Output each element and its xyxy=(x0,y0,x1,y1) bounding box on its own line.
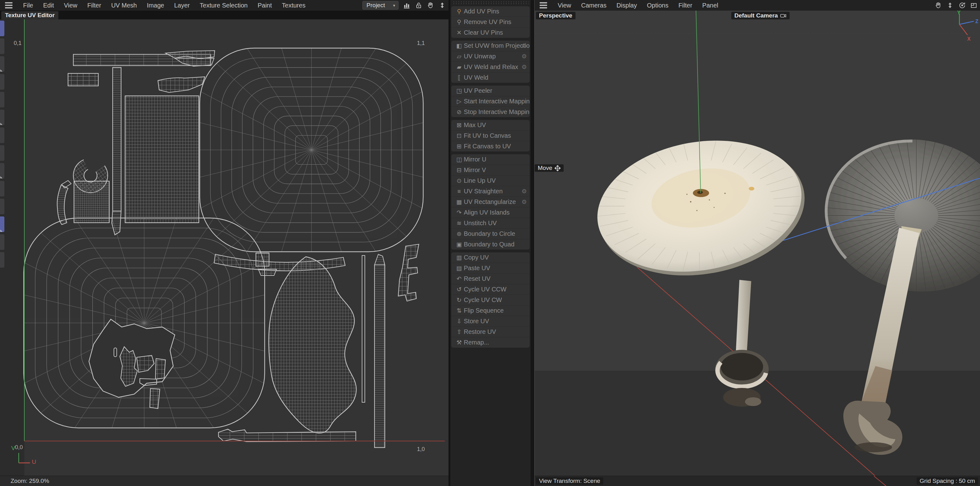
panel-grip[interactable] xyxy=(452,1,529,5)
histogram-icon[interactable] xyxy=(403,2,410,9)
menu-item[interactable]: Filter xyxy=(673,0,697,11)
tool-max-uv[interactable]: ⊠Max UV xyxy=(451,120,530,130)
tool-unstitch-uv[interactable]: ≋Unstitch UV xyxy=(451,218,530,228)
menu-item[interactable]: View xyxy=(553,0,576,11)
menu-item[interactable]: Texture Selection xyxy=(195,0,253,11)
menu-item[interactable]: Textures xyxy=(277,0,310,11)
menu-item[interactable]: Display xyxy=(611,0,642,11)
tool-fit-uv-to-canvas[interactable]: ⊡Fit UV to Canvas xyxy=(451,130,530,141)
view-label-chip[interactable]: Perspective xyxy=(536,12,576,19)
edge-tool[interactable] xyxy=(0,110,4,125)
tool-clear-uv-pins[interactable]: ✕Clear UV Pins xyxy=(451,27,530,38)
menu-item[interactable]: Edit xyxy=(38,0,59,11)
tool-group: ◳UV Peeler▷Start Interactive Mapping⊘Sto… xyxy=(451,86,530,117)
tool-add-uv-pins[interactable]: ⚲Add UV Pins xyxy=(451,6,530,16)
tool-start-interactive-mapping[interactable]: ▷Start Interactive Mapping xyxy=(451,96,530,107)
viewport-panel: ViewCamerasDisplayOptionsFilterPanel xyxy=(534,0,980,486)
tool-cycle-uv-cw[interactable]: ↻Cycle UV CW xyxy=(451,295,530,305)
tool-paste-uv[interactable]: ▤Paste UV xyxy=(451,263,530,273)
tool-uv-straighten[interactable]: ≡UV Straighten⚙ xyxy=(451,186,530,196)
tool-reset-uv[interactable]: ↶Reset UV xyxy=(451,273,530,284)
menu-item[interactable]: Paint xyxy=(253,0,277,11)
weld-icon: ⟦ xyxy=(454,74,464,81)
tool-mirror-v[interactable]: ⊟Mirror V xyxy=(451,165,530,175)
orbit-icon[interactable] xyxy=(958,2,966,9)
uv-island-tall-strip-2[interactable] xyxy=(374,254,385,448)
menu-item[interactable]: Panel xyxy=(697,0,723,11)
uv-island-stem-rect[interactable] xyxy=(125,96,199,223)
cycle-cw-icon: ↻ xyxy=(454,296,464,304)
zoom-arrows-icon[interactable] xyxy=(439,2,446,9)
maximize-view-icon[interactable] xyxy=(970,2,977,9)
tool-store-uv[interactable]: ⇩Store UV xyxy=(451,316,530,327)
edge-tool-selected[interactable] xyxy=(0,217,4,232)
edge-toolbar[interactable] xyxy=(0,21,4,270)
uv-canvas[interactable]: 0,1 1,1 0,0 1,0 V U xyxy=(0,19,449,476)
edge-tool[interactable] xyxy=(0,38,4,54)
uv-island-dense-rect[interactable] xyxy=(74,181,109,223)
gear-icon[interactable]: ⚙ xyxy=(522,198,527,206)
tool-set-uvw-from-projection[interactable]: ◧Set UVW from Projection⚙ xyxy=(451,41,530,51)
pan-hand-icon[interactable] xyxy=(934,2,942,9)
tool-cycle-uv-ccw[interactable]: ↺Cycle UV CCW xyxy=(451,284,530,295)
tool-flip-sequence[interactable]: ⇅Flip Sequence xyxy=(451,305,530,316)
hamburger-icon[interactable] xyxy=(539,2,547,8)
menu-item[interactable]: Cameras xyxy=(576,0,611,11)
tool-boundary-to-quad[interactable]: ▣Boundary to Quad xyxy=(451,239,530,250)
menu-item[interactable]: File xyxy=(18,0,38,11)
tool-line-up-uv[interactable]: ⊙Line Up UV xyxy=(451,175,530,186)
uv-island-mini-trapezoid[interactable] xyxy=(258,269,277,276)
tool-remap[interactable]: ⚒Remap... xyxy=(451,337,530,347)
move-icon xyxy=(555,165,560,171)
edge-tool[interactable] xyxy=(0,252,4,268)
edge-tool[interactable] xyxy=(0,163,4,178)
uv-island-tall-strip[interactable] xyxy=(112,67,121,235)
camera-label-chip[interactable]: Default Camera xyxy=(731,12,790,19)
tool-copy-uv[interactable]: ▥Copy UV xyxy=(451,252,530,263)
panel-divider-2[interactable] xyxy=(531,0,534,486)
tool-uv-peeler[interactable]: ◳UV Peeler xyxy=(451,86,530,96)
tool-align-uv-islands[interactable]: ↷Align UV Islands xyxy=(451,207,530,218)
uv-island-small-rect[interactable] xyxy=(68,73,98,86)
tool-uv-rectangularize[interactable]: ▦UV Rectangularize⚙ xyxy=(451,196,530,207)
tab-texture-uv-editor[interactable]: Texture UV Editor xyxy=(1,11,58,19)
pan-hand-icon[interactable] xyxy=(426,2,434,9)
hamburger-icon[interactable] xyxy=(5,2,13,8)
edge-tool-selected[interactable] xyxy=(0,21,4,36)
tool-fit-canvas-to-uv[interactable]: ⊞Fit Canvas to UV xyxy=(451,141,530,151)
viewport-3d[interactable]: Y Z X Perspective Default Camera Move xyxy=(535,11,980,476)
edge-tool[interactable] xyxy=(0,127,4,143)
menu-item[interactable]: UV Mesh xyxy=(106,0,142,11)
uv-island-mini-square[interactable] xyxy=(256,253,269,266)
active-tool-label: Move xyxy=(538,165,552,172)
tool-remove-uv-pins[interactable]: ⚲Remove UV Pins xyxy=(451,16,530,27)
tool-mirror-u[interactable]: ◫Mirror U xyxy=(451,154,530,165)
edge-tool[interactable] xyxy=(0,92,4,107)
menu-item[interactable]: Layer xyxy=(169,0,195,11)
edge-tool[interactable] xyxy=(0,56,4,72)
tool-uv-weld-and-relax[interactable]: ▰UV Weld and Relax⚙ xyxy=(451,62,530,72)
active-tool-chip[interactable]: Move xyxy=(535,164,564,172)
menu-item[interactable]: Filter xyxy=(83,0,106,11)
zoom-arrows-icon[interactable] xyxy=(946,2,954,9)
edge-tool[interactable] xyxy=(0,145,4,161)
gear-icon[interactable]: ⚙ xyxy=(522,64,527,70)
menu-item[interactable]: Options xyxy=(642,0,673,11)
lock-icon[interactable] xyxy=(415,2,422,9)
tool-uv-unwrap[interactable]: ▱UV Unwrap⚙ xyxy=(451,51,530,62)
tool-boundary-to-circle[interactable]: ⊚Boundary to Circle xyxy=(451,228,530,239)
menu-item[interactable]: View xyxy=(59,0,83,11)
gear-icon[interactable]: ⚙ xyxy=(522,42,527,49)
tool-restore-uv[interactable]: ⇧Restore UV xyxy=(451,327,530,337)
edge-tool[interactable] xyxy=(0,199,4,214)
edge-tool[interactable] xyxy=(0,234,4,250)
gear-icon[interactable]: ⚙ xyxy=(522,53,527,60)
project-dropdown[interactable]: Project ▾ xyxy=(362,1,399,10)
gear-icon[interactable]: ⚙ xyxy=(522,188,527,195)
edge-tool[interactable] xyxy=(0,74,4,90)
fit-uv-icon: ⊡ xyxy=(454,132,464,139)
menu-item[interactable]: Image xyxy=(142,0,169,11)
tool-uv-weld[interactable]: ⟦UV Weld xyxy=(451,72,530,83)
tool-stop-interactive-mapping[interactable]: ⊘Stop Interactive Mapping xyxy=(451,107,530,117)
edge-tool[interactable] xyxy=(0,181,4,196)
